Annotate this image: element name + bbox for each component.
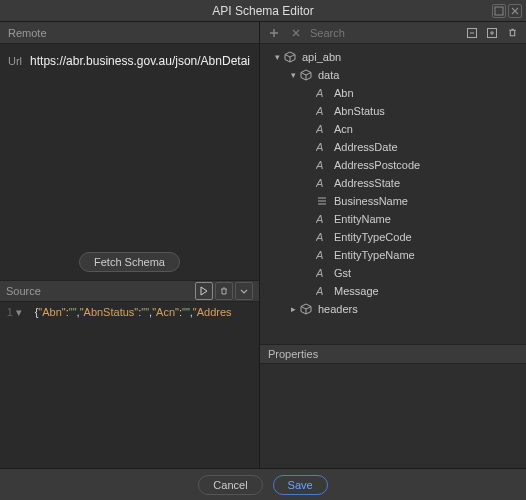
tree-node-label: headers xyxy=(318,303,358,315)
remote-header: Remote xyxy=(0,22,259,44)
svg-text:A: A xyxy=(316,213,323,225)
window-title: API Schema Editor xyxy=(212,4,313,18)
svg-rect-0 xyxy=(495,7,503,15)
tree-node-gst[interactable]: AGst xyxy=(260,264,526,282)
box-icon xyxy=(298,302,314,316)
A-icon: A xyxy=(314,230,330,244)
svg-text:A: A xyxy=(316,123,323,135)
footer: Cancel Save xyxy=(0,468,526,500)
tree-node-label: EntityName xyxy=(334,213,391,225)
tree-toolbar xyxy=(260,22,526,44)
svg-text:A: A xyxy=(316,231,323,243)
A-icon: A xyxy=(314,266,330,280)
tree-node-entitytypecode[interactable]: AEntityTypeCode xyxy=(260,228,526,246)
properties-panel xyxy=(260,364,526,468)
search-input[interactable] xyxy=(310,27,458,39)
A-icon: A xyxy=(314,176,330,190)
chevron-down-icon[interactable] xyxy=(235,282,253,300)
caret-icon[interactable]: ▾ xyxy=(288,70,298,80)
url-input[interactable] xyxy=(30,54,251,68)
url-label: Url xyxy=(8,55,22,67)
tree-node-label: EntityTypeName xyxy=(334,249,415,261)
schema-tree[interactable]: ▾api_abn▾dataAAbnAAbnStatusAAcnAAddressD… xyxy=(260,44,526,344)
play-icon[interactable] xyxy=(195,282,213,300)
svg-text:A: A xyxy=(316,105,323,117)
A-icon: A xyxy=(314,158,330,172)
tree-node-entityname[interactable]: AEntityName xyxy=(260,210,526,228)
tree-node-headers[interactable]: ▸headers xyxy=(260,300,526,318)
close-icon[interactable] xyxy=(508,4,522,18)
tree-node-api_abn[interactable]: ▾api_abn xyxy=(260,48,526,66)
tree-node-label: EntityTypeCode xyxy=(334,231,412,243)
tree-node-label: AddressDate xyxy=(334,141,398,153)
trash-icon[interactable] xyxy=(215,282,233,300)
A-icon: A xyxy=(314,86,330,100)
save-button[interactable]: Save xyxy=(273,475,328,495)
tree-node-label: api_abn xyxy=(302,51,341,63)
svg-text:A: A xyxy=(316,159,323,171)
collapse-icon[interactable] xyxy=(464,25,480,41)
tree-node-acn[interactable]: AAcn xyxy=(260,120,526,138)
tree-node-label: Abn xyxy=(334,87,354,99)
tree-node-businessname[interactable]: BusinessName xyxy=(260,192,526,210)
properties-header: Properties xyxy=(260,344,526,364)
A-icon: A xyxy=(314,104,330,118)
titlebar: API Schema Editor xyxy=(0,0,526,22)
svg-text:A: A xyxy=(316,249,323,261)
source-code-line: {"Abn":"","AbnStatus":"","Acn":"","Addre… xyxy=(35,306,232,318)
caret-icon[interactable]: ▸ xyxy=(288,304,298,314)
tree-node-message[interactable]: AMessage xyxy=(260,282,526,300)
source-header-label: Source xyxy=(6,285,41,297)
svg-text:A: A xyxy=(316,87,323,99)
cancel-button[interactable]: Cancel xyxy=(198,475,262,495)
A-icon: A xyxy=(314,284,330,298)
box-icon xyxy=(282,50,298,64)
tree-node-label: AddressPostcode xyxy=(334,159,420,171)
tree-node-label: Gst xyxy=(334,267,351,279)
caret-icon[interactable]: ▾ xyxy=(272,52,282,62)
close-icon[interactable] xyxy=(288,25,304,41)
list-icon xyxy=(314,194,330,208)
svg-text:A: A xyxy=(316,285,323,297)
tree-node-label: Acn xyxy=(334,123,353,135)
source-editor[interactable]: 1 ▾ {"Abn":"","AbnStatus":"","Acn":"","A… xyxy=(0,302,259,468)
remote-panel: Url xyxy=(0,44,259,244)
trash-icon[interactable] xyxy=(504,25,520,41)
tree-node-abnstatus[interactable]: AAbnStatus xyxy=(260,102,526,120)
tree-node-label: data xyxy=(318,69,339,81)
svg-text:A: A xyxy=(316,141,323,153)
maximize-icon[interactable] xyxy=(492,4,506,18)
tree-node-label: AddressState xyxy=(334,177,400,189)
fetch-schema-button[interactable]: Fetch Schema xyxy=(79,252,180,272)
tree-node-abn[interactable]: AAbn xyxy=(260,84,526,102)
tree-node-label: AbnStatus xyxy=(334,105,385,117)
A-icon: A xyxy=(314,248,330,262)
add-icon[interactable] xyxy=(266,25,282,41)
A-icon: A xyxy=(314,122,330,136)
box-icon xyxy=(298,68,314,82)
tree-node-addressstate[interactable]: AAddressState xyxy=(260,174,526,192)
tree-node-addressdate[interactable]: AAddressDate xyxy=(260,138,526,156)
tree-node-addresspostcode[interactable]: AAddressPostcode xyxy=(260,156,526,174)
tree-node-entitytypename[interactable]: AEntityTypeName xyxy=(260,246,526,264)
tree-node-data[interactable]: ▾data xyxy=(260,66,526,84)
tree-node-label: BusinessName xyxy=(334,195,408,207)
A-icon: A xyxy=(314,212,330,226)
expand-icon[interactable] xyxy=(484,25,500,41)
A-icon: A xyxy=(314,140,330,154)
line-number: 1 xyxy=(7,306,13,318)
svg-text:A: A xyxy=(316,267,323,279)
svg-text:A: A xyxy=(316,177,323,189)
tree-node-label: Message xyxy=(334,285,379,297)
